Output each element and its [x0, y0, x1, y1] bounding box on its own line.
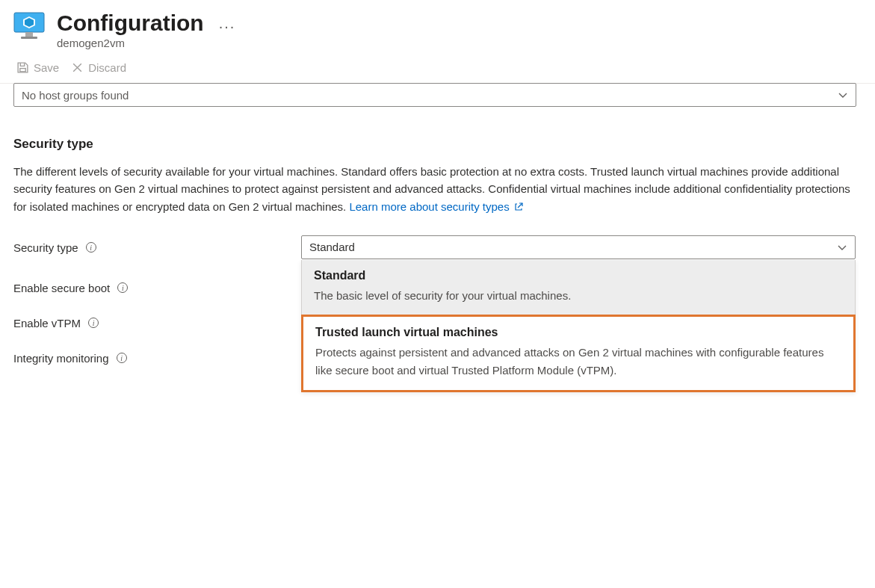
host-group-select[interactable]: No host groups found	[13, 83, 856, 107]
dropdown-option-trusted-launch[interactable]: Trusted launch virtual machines Protects…	[301, 315, 856, 392]
svg-rect-2	[21, 37, 37, 39]
security-type-select[interactable]: Standard	[301, 235, 856, 259]
dropdown-option-standard[interactable]: Standard The basic level of security for…	[302, 260, 855, 315]
close-icon	[71, 61, 84, 74]
section-description: The different levels of security availab…	[13, 163, 850, 215]
learn-more-link[interactable]: Learn more about security types	[349, 200, 522, 213]
label-vtpm: Enable vTPM i	[13, 317, 301, 329]
vm-icon	[13, 12, 45, 40]
page-title: Configuration	[57, 10, 204, 35]
label-secure-boot: Enable secure boot i	[13, 282, 301, 294]
more-button[interactable]: ···	[219, 18, 236, 35]
chevron-down-icon	[837, 242, 847, 253]
label-security-type: Security type i	[13, 241, 301, 254]
section-heading-security-type: Security type	[13, 137, 862, 152]
svg-rect-5	[20, 69, 25, 72]
external-link-icon	[514, 202, 523, 211]
info-icon[interactable]: i	[88, 318, 99, 328]
info-icon[interactable]: i	[117, 353, 127, 363]
info-icon[interactable]: i	[86, 242, 96, 253]
resource-name: demogen2vm	[57, 37, 204, 49]
label-integrity-monitoring: Integrity monitoring i	[13, 352, 301, 365]
discard-button[interactable]: Discard	[68, 60, 129, 75]
security-type-dropdown: Standard The basic level of security for…	[301, 260, 856, 392]
save-button[interactable]: Save	[13, 60, 62, 75]
info-icon[interactable]: i	[117, 282, 128, 293]
svg-rect-1	[25, 32, 33, 37]
chevron-down-icon	[838, 90, 848, 100]
save-icon	[16, 61, 29, 74]
